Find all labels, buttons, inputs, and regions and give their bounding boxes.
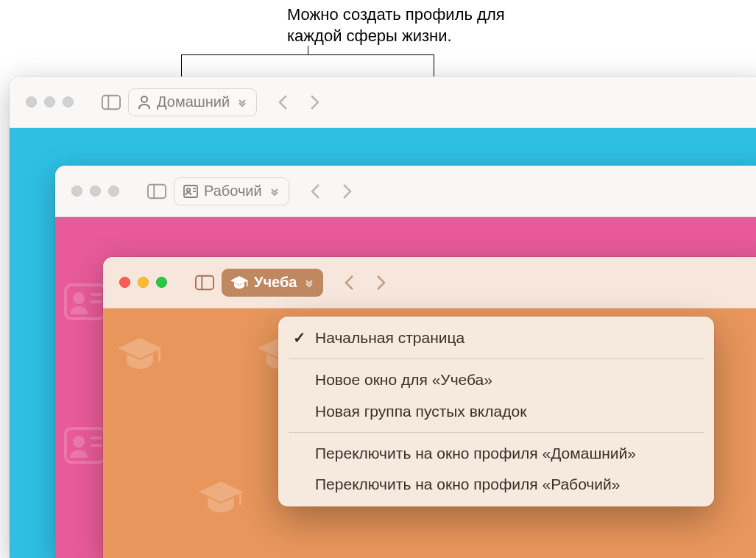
nav-arrows (344, 274, 386, 292)
nav-arrows (278, 93, 320, 111)
nav-forward-icon[interactable] (309, 93, 320, 111)
chevron-down-icon (304, 278, 314, 288)
person-icon (138, 95, 151, 110)
nav-back-icon[interactable] (344, 274, 355, 292)
annotation-line: Можно создать профиль для (287, 5, 505, 24)
profile-selector[interactable]: Домашний (128, 88, 257, 116)
chevron-down-icon (237, 97, 247, 107)
nav-forward-icon[interactable] (342, 183, 353, 200)
maximize-button[interactable] (156, 277, 167, 288)
watermark-row (199, 481, 243, 517)
nav-arrows (310, 183, 353, 200)
menu-item-switch-work[interactable]: Переключить на окно профиля «Рабочий» (278, 469, 714, 500)
svg-rect-19 (247, 280, 248, 286)
profile-selector[interactable]: Рабочий (174, 177, 289, 205)
svg-rect-22 (239, 492, 241, 505)
svg-point-6 (187, 188, 190, 191)
svg-rect-20 (158, 348, 160, 361)
maximize-button[interactable] (108, 186, 119, 197)
sidebar-toggle-icon[interactable] (147, 184, 166, 199)
menu-item-switch-home[interactable]: Переключить на окно профиля «Домашний» (278, 438, 714, 469)
annotation-line: каждой сферы жизни. (287, 27, 452, 45)
graduation-cap-icon (230, 276, 248, 289)
svg-rect-12 (91, 300, 102, 303)
menu-item-new-window[interactable]: Новое окно для «Учеба» (278, 364, 714, 395)
callout-bracket (181, 54, 434, 77)
profile-label: Домашний (157, 93, 230, 110)
menu-separator (289, 359, 704, 359)
nav-forward-icon[interactable] (375, 274, 386, 292)
profile-label: Рабочий (204, 183, 262, 199)
chevron-down-icon (269, 186, 280, 197)
window-controls[interactable] (119, 277, 167, 288)
toolbar: Рабочий (55, 166, 756, 217)
menu-item-new-tabgroup[interactable]: Новая группа пустых вкладок (278, 396, 714, 427)
svg-point-2 (141, 96, 147, 102)
nav-back-icon[interactable] (310, 183, 321, 200)
sidebar-toggle-icon[interactable] (195, 275, 214, 290)
window-controls[interactable] (26, 96, 74, 107)
minimize-button[interactable] (138, 277, 149, 288)
svg-rect-16 (91, 444, 102, 447)
nav-back-icon[interactable] (278, 93, 289, 111)
profile-dropdown-menu: Начальная страница Новое окно для «Учеба… (278, 317, 714, 506)
toolbar: Учеба (103, 257, 756, 308)
svg-rect-11 (91, 293, 102, 296)
menu-item-start-page[interactable]: Начальная страница (278, 322, 714, 353)
minimize-button[interactable] (90, 186, 101, 197)
toolbar: Домашний (10, 77, 756, 128)
watermark-row (64, 427, 107, 464)
sidebar-toggle-icon[interactable] (102, 95, 121, 110)
svg-rect-0 (102, 95, 120, 109)
svg-rect-17 (196, 275, 213, 289)
close-button[interactable] (26, 96, 37, 107)
callout-line (308, 46, 308, 54)
watermark-row (118, 338, 302, 373)
maximize-button[interactable] (63, 96, 74, 107)
window-controls[interactable] (71, 186, 119, 197)
svg-point-10 (73, 292, 85, 304)
close-button[interactable] (71, 186, 82, 197)
annotation-text: Можно создать профиль для каждой сферы ж… (287, 4, 582, 46)
profile-label: Учеба (254, 274, 297, 291)
menu-separator (289, 432, 704, 433)
minimize-button[interactable] (44, 96, 55, 107)
svg-rect-3 (148, 184, 166, 198)
profile-selector[interactable]: Учеба (222, 269, 323, 297)
watermark-row (64, 283, 107, 320)
svg-rect-15 (91, 437, 102, 439)
close-button[interactable] (119, 277, 130, 288)
id-card-icon (183, 185, 198, 198)
svg-point-14 (73, 436, 85, 448)
